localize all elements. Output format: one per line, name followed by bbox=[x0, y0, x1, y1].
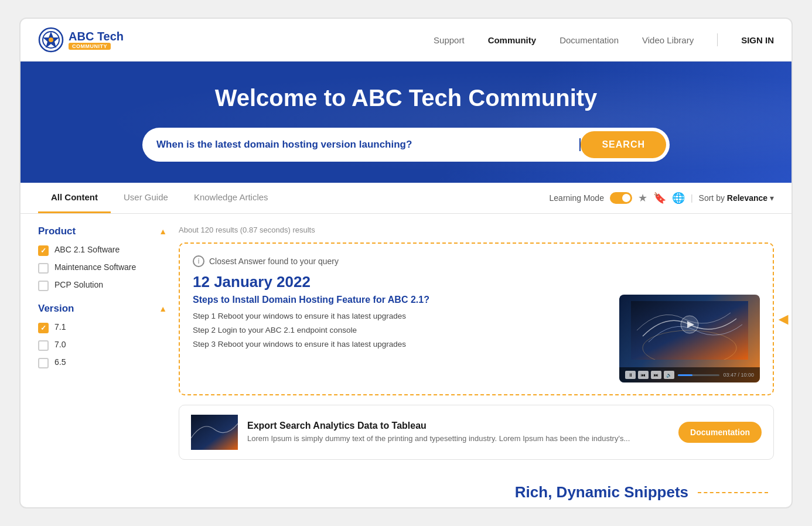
tab-all-content[interactable]: All Content bbox=[38, 183, 111, 213]
main-content: Product ▲ ✓ ABC 2.1 Software Maintenance… bbox=[21, 214, 791, 472]
result-date: 12 January 2022 bbox=[193, 273, 760, 291]
sort-control: Sort by Relevance ▾ bbox=[699, 193, 774, 203]
version-filter-group: Version ▲ ✓ 7.1 7.0 6.5 bbox=[38, 303, 167, 368]
globe-icon[interactable]: 🌐 bbox=[672, 192, 685, 204]
result-thumbnail bbox=[191, 415, 238, 450]
video-thumbnail bbox=[619, 295, 760, 366]
content-tabs: All Content User Guide Knowledge Article… bbox=[38, 183, 281, 213]
info-icon: i bbox=[193, 255, 204, 267]
next-button[interactable]: ⏭ bbox=[651, 371, 661, 379]
logo-name: ABC Tech bbox=[69, 30, 124, 43]
product-checkbox-2[interactable] bbox=[38, 263, 49, 274]
nav-divider bbox=[717, 33, 718, 46]
logo-icon bbox=[38, 27, 64, 53]
closest-answer-text: Closest Answer found to your query bbox=[209, 257, 339, 266]
video-progress-fill bbox=[678, 374, 692, 376]
result-text: Steps to Install Domain Hosting Feature … bbox=[193, 295, 608, 382]
version-checkbox-1[interactable]: ✓ bbox=[38, 323, 49, 333]
search-bar: SEARCH bbox=[142, 128, 670, 162]
nav-support[interactable]: Support bbox=[434, 35, 465, 45]
logo-text: ABC Tech COMMUNITY bbox=[69, 30, 124, 50]
version-label-1: 7.1 bbox=[54, 322, 66, 332]
result-step-1: Step 1 Reboot your windows to ensure it … bbox=[193, 311, 608, 322]
learning-mode-toggle[interactable] bbox=[610, 192, 632, 204]
video-progress bbox=[678, 374, 719, 376]
version-filter-item-2: 7.0 bbox=[38, 339, 167, 351]
second-result-description: Lorem Ipsum is simply dummy text of the … bbox=[247, 433, 669, 444]
video-overlay: ⏸ ⏮ ⏭ 🔊 03:47 / 10:00 bbox=[619, 367, 760, 382]
nav-video-library[interactable]: Video Library bbox=[642, 35, 694, 45]
star-icon[interactable]: ★ bbox=[638, 192, 647, 204]
rich-dynamic-snippets-label: Rich, Dynamic Snippets bbox=[515, 483, 688, 501]
video-graphic bbox=[631, 301, 748, 360]
tab-user-guide[interactable]: User Guide bbox=[111, 183, 181, 213]
sidebar-filters: Product ▲ ✓ ABC 2.1 Software Maintenance… bbox=[38, 226, 179, 460]
dashed-line-decoration bbox=[698, 492, 768, 493]
prev-button[interactable]: ⏮ bbox=[638, 371, 649, 379]
tab-controls: Learning Mode ★ 🔖 🌐 | Sort by Relevance … bbox=[550, 192, 774, 204]
logo-badge: COMMUNITY bbox=[69, 43, 111, 50]
sort-value: Relevance bbox=[727, 193, 767, 203]
sign-in-button[interactable]: SIGN IN bbox=[741, 35, 774, 45]
version-filter-item-1: ✓ 7.1 bbox=[38, 322, 167, 333]
product-collapse-icon[interactable]: ▲ bbox=[159, 227, 167, 236]
product-filter-title-row: Product ▲ bbox=[38, 226, 167, 237]
product-checkbox-3[interactable] bbox=[38, 281, 49, 291]
documentation-badge[interactable]: Documentation bbox=[678, 422, 762, 443]
sort-by-label: Sort by bbox=[699, 193, 725, 203]
bottom-label-area: Rich, Dynamic Snippets bbox=[21, 472, 791, 507]
product-checkbox-1[interactable]: ✓ bbox=[38, 245, 49, 256]
result-title[interactable]: Steps to Install Domain Hosting Feature … bbox=[193, 295, 608, 305]
header: ABC Tech COMMUNITY Support Community Doc… bbox=[21, 19, 791, 62]
learning-mode-label: Learning Mode bbox=[550, 193, 604, 203]
svg-rect-8 bbox=[191, 415, 238, 450]
second-result-info: Export Search Analytics Data to Tableau … bbox=[247, 421, 669, 444]
version-label-3: 6.5 bbox=[54, 357, 66, 367]
closest-answer-badge: i Closest Answer found to your query bbox=[193, 255, 760, 267]
tabs-row: All Content User Guide Knowledge Article… bbox=[21, 183, 791, 214]
product-label-3: PCP Solution bbox=[54, 279, 103, 290]
product-filter-item-1: ✓ ABC 2.1 Software bbox=[38, 244, 167, 256]
video-controls: ⏸ ⏮ ⏭ 🔊 bbox=[625, 371, 674, 379]
results-area: About 120 results (0.87 seconds) results… bbox=[179, 226, 774, 460]
product-filter-item-3: PCP Solution bbox=[38, 279, 167, 291]
tab-knowledge-articles[interactable]: Knowledge Articles bbox=[181, 183, 281, 213]
volume-button[interactable]: 🔊 bbox=[664, 371, 674, 379]
logo-area: ABC Tech COMMUNITY bbox=[38, 27, 144, 53]
thumbnail-graphic bbox=[191, 415, 238, 450]
result-video: ⏸ ⏮ ⏭ 🔊 03:47 / 10:00 bbox=[619, 295, 760, 382]
featured-result-arrow: ◄ bbox=[775, 310, 791, 329]
version-filter-title: Version bbox=[38, 303, 74, 315]
nav-documentation[interactable]: Documentation bbox=[559, 35, 619, 45]
product-filter-group: Product ▲ ✓ ABC 2.1 Software Maintenance… bbox=[38, 226, 167, 291]
product-filter-item-2: Maintenance Software bbox=[38, 262, 167, 274]
version-checkbox-3[interactable] bbox=[38, 358, 49, 368]
product-filter-title: Product bbox=[38, 226, 76, 237]
search-input[interactable] bbox=[156, 139, 578, 151]
main-nav: Support Community Documentation Video Li… bbox=[434, 33, 774, 46]
hero-banner: Welcome to ABC Tech Community SEARCH bbox=[21, 62, 791, 183]
video-time: 03:47 / 10:00 bbox=[723, 372, 754, 378]
svg-point-3 bbox=[49, 37, 53, 42]
version-filter-item-3: 6.5 bbox=[38, 357, 167, 368]
bookmark-icon[interactable]: 🔖 bbox=[653, 192, 666, 204]
version-checkbox-2[interactable] bbox=[38, 340, 49, 351]
version-label-2: 7.0 bbox=[54, 339, 66, 350]
nav-community[interactable]: Community bbox=[488, 35, 537, 45]
second-result: Export Search Analytics Data to Tableau … bbox=[179, 405, 774, 460]
result-step-2: Step 2 Login to your ABC 2.1 endpoint co… bbox=[193, 325, 608, 336]
version-collapse-icon[interactable]: ▲ bbox=[159, 304, 167, 313]
hero-title: Welcome to ABC Tech Community bbox=[56, 85, 756, 111]
search-button[interactable]: SEARCH bbox=[581, 131, 666, 158]
pause-button[interactable]: ⏸ bbox=[625, 371, 636, 379]
second-result-title[interactable]: Export Search Analytics Data to Tableau bbox=[247, 421, 669, 431]
featured-result: i Closest Answer found to your query 12 … bbox=[179, 242, 774, 395]
version-filter-title-row: Version ▲ bbox=[38, 303, 167, 315]
product-label-2: Maintenance Software bbox=[54, 262, 136, 272]
product-label-1: ABC 2.1 Software bbox=[54, 244, 120, 255]
result-step-3: Step 3 Reboot your windows to ensure it … bbox=[193, 339, 608, 350]
result-body: Steps to Install Domain Hosting Feature … bbox=[193, 295, 760, 382]
results-count: About 120 results (0.87 seconds) results bbox=[179, 226, 774, 234]
